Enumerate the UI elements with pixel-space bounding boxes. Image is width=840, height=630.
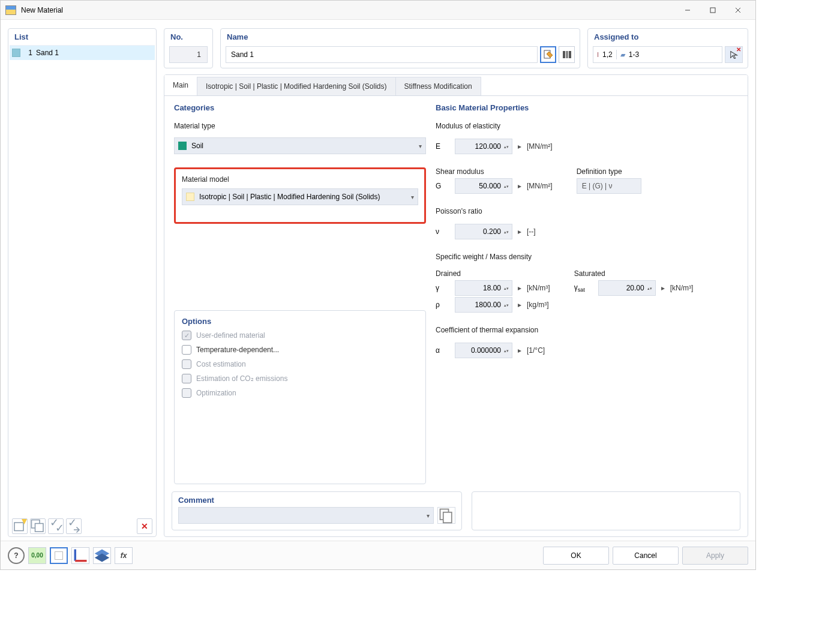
name-label: Name xyxy=(221,29,580,44)
apply-button: Apply xyxy=(682,547,748,565)
color-button[interactable] xyxy=(50,547,68,564)
stepper-icon[interactable]: ▴▾ xyxy=(503,303,509,307)
alpha-symbol: α xyxy=(436,346,451,355)
svg-rect-12 xyxy=(563,51,565,58)
G-label: Shear modulus xyxy=(436,166,553,177)
G-symbol: G xyxy=(436,182,451,190)
maximize-button[interactable] xyxy=(700,2,725,19)
no-input[interactable] xyxy=(169,46,208,63)
comment-copy-button[interactable] xyxy=(437,507,455,524)
gamma-symbol: γ xyxy=(436,284,451,292)
go-icon[interactable]: ▸ xyxy=(516,346,523,355)
rho-input[interactable]: 1800.00▴▾ xyxy=(455,297,512,313)
new-item-button[interactable] xyxy=(12,518,28,534)
gamma-sat-input[interactable]: 20.00▴▾ xyxy=(598,280,656,296)
alpha-input[interactable]: 0.000000▴▾ xyxy=(455,343,512,358)
svg-rect-16 xyxy=(443,512,452,523)
svg-rect-4 xyxy=(14,523,23,531)
stepper-icon[interactable]: ▴▾ xyxy=(503,286,509,290)
tab-isotropic[interactable]: Isotropic | Soil | Plastic | Modified Ha… xyxy=(197,77,395,95)
library-button[interactable] xyxy=(559,46,575,63)
material-type-value: Soil xyxy=(191,142,203,150)
color-swatch-icon xyxy=(12,49,20,57)
go-icon[interactable]: ▸ xyxy=(516,182,523,190)
go-icon[interactable]: ▸ xyxy=(659,284,667,292)
minimize-button[interactable] xyxy=(675,2,700,19)
list-item-num: 1 xyxy=(24,49,32,57)
rho-unit: [kg/m³] xyxy=(527,301,549,309)
layer-button[interactable] xyxy=(93,547,111,564)
material-type-label: Material type xyxy=(174,121,426,131)
rho-symbol: ρ xyxy=(436,301,451,309)
deftype-value: E | (G) | ν xyxy=(577,178,641,194)
material-model-highlight: Material model Isotropic | Soil | Plasti… xyxy=(174,167,426,224)
axes-button[interactable] xyxy=(71,547,89,564)
go-icon[interactable]: ▸ xyxy=(516,227,523,236)
comment-dropdown[interactable]: ▾ xyxy=(178,507,434,524)
G-unit: [MN/m²] xyxy=(527,182,553,190)
stepper-icon[interactable]: ▴▾ xyxy=(647,286,653,290)
weight-label: Specific weight / Mass density xyxy=(436,251,738,262)
stepper-icon[interactable]: ▴▾ xyxy=(503,145,509,149)
go-icon[interactable]: ▸ xyxy=(516,142,523,151)
options-title: Options xyxy=(182,317,418,326)
svg-marker-5 xyxy=(22,519,27,524)
edit-name-button[interactable] xyxy=(540,46,556,63)
basic-properties-title: Basic Material Properties xyxy=(436,103,738,112)
uncheck-all-button[interactable]: ✓ xyxy=(66,518,82,534)
list-toolbar: ✓✓ ✓ xyxy=(8,516,156,536)
user-defined-checkbox: User-defined material xyxy=(182,328,418,343)
drained-label: Drained xyxy=(436,268,550,279)
E-input[interactable]: 120.000▴▾ xyxy=(455,139,512,154)
categories-title: Categories xyxy=(174,103,426,112)
tab-stiffness[interactable]: Stiffness Modification xyxy=(395,77,481,95)
material-model-value: Isotropic | Soil | Plastic | Modified Ha… xyxy=(199,193,411,201)
member-icon: I xyxy=(597,51,599,58)
solid-icon: ▰ xyxy=(620,51,625,59)
deftype-label: Definition type xyxy=(577,166,641,177)
list-box[interactable]: 1 Sand 1 xyxy=(10,45,155,515)
list-item-name: Sand 1 xyxy=(36,49,59,57)
tab-main[interactable]: Main xyxy=(164,75,197,95)
check-all-button[interactable]: ✓✓ xyxy=(48,518,64,534)
stepper-icon[interactable]: ▴▾ xyxy=(503,230,509,234)
stepper-icon[interactable]: ▴▾ xyxy=(503,349,509,353)
tabs: Main Isotropic | Soil | Plastic | Modifi… xyxy=(164,75,748,96)
titlebar: New Material xyxy=(1,1,755,20)
G-input[interactable]: 50.000▴▾ xyxy=(455,178,512,194)
E-unit: [MN/m²] xyxy=(527,142,553,151)
material-model-dropdown[interactable]: Isotropic | Soil | Plastic | Modified Ha… xyxy=(182,188,418,205)
assigned-label: Assigned to xyxy=(588,29,748,44)
stepper-icon[interactable]: ▴▾ xyxy=(503,184,509,188)
close-button[interactable] xyxy=(725,2,751,19)
assigned-field[interactable]: I 1,2 ▰ 1-3 xyxy=(593,46,722,63)
pick-objects-button[interactable]: ✕ xyxy=(725,46,743,63)
gamma-sat-unit: [kN/m³] xyxy=(670,284,694,292)
copy-item-button[interactable] xyxy=(30,518,46,534)
material-model-label: Material model xyxy=(182,174,418,185)
options-panel: Options User-defined material Temperatur… xyxy=(174,310,426,484)
temperature-dependent-checkbox[interactable]: Temperature-dependent... xyxy=(182,343,418,357)
optimization-checkbox: Optimization xyxy=(182,386,418,400)
go-icon[interactable]: ▸ xyxy=(516,284,523,292)
help-button[interactable]: ? xyxy=(8,547,25,564)
name-input[interactable] xyxy=(226,46,538,63)
chevron-down-icon: ▾ xyxy=(411,194,414,200)
co2-emissions-checkbox: Estimation of CO₂ emissions xyxy=(182,371,418,386)
fx-button[interactable]: fx xyxy=(115,547,133,564)
no-panel: No. xyxy=(164,28,213,68)
alpha-label: Coefficient of thermal expansion xyxy=(436,325,738,335)
ok-button[interactable]: OK xyxy=(543,547,609,565)
cancel-button[interactable]: Cancel xyxy=(613,547,679,565)
assigned-members: 1,2 xyxy=(602,50,613,59)
nu-unit: [--] xyxy=(527,227,536,236)
gamma-unit: [kN/m³] xyxy=(527,284,550,292)
gamma-input[interactable]: 18.00▴▾ xyxy=(455,280,512,296)
material-type-dropdown[interactable]: Soil ▾ xyxy=(174,137,426,154)
units-button[interactable]: 0,00 xyxy=(28,547,46,564)
list-item[interactable]: 1 Sand 1 xyxy=(10,46,155,60)
nu-input[interactable]: 0.200▴▾ xyxy=(455,224,512,239)
nu-label: Poisson's ratio xyxy=(436,206,738,217)
delete-item-button[interactable] xyxy=(137,518,152,534)
go-icon[interactable]: ▸ xyxy=(516,301,523,309)
